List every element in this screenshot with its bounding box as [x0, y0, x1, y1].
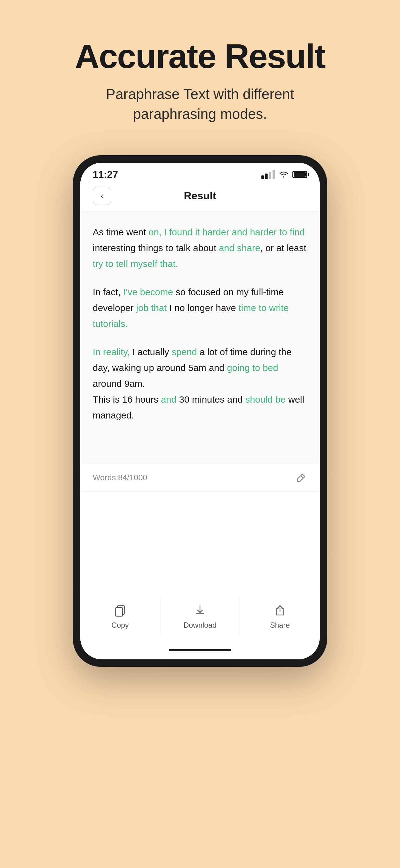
copy-icon — [112, 602, 128, 618]
input-area[interactable] — [80, 491, 320, 591]
wifi-icon — [279, 171, 289, 178]
p2-green1: I've become — [123, 287, 173, 297]
signal-icon — [261, 170, 275, 179]
p3-line2-before: This is 16 hours — [93, 394, 161, 404]
status-bar: 11:27 — [80, 163, 320, 183]
p2-before: In fact, — [93, 287, 123, 297]
nav-bar: ‹ Result — [80, 183, 320, 211]
battery-icon — [292, 171, 307, 178]
p1-middle: interesting things to talk about — [93, 243, 219, 253]
result-content: As time went on, I found it harder and h… — [80, 211, 320, 464]
page-subtitle: Paraphrase Text with different paraphras… — [92, 84, 308, 124]
copy-label: Copy — [111, 621, 129, 629]
back-chevron-icon: ‹ — [100, 191, 103, 201]
p1-after: , or at least — [260, 243, 306, 253]
share-icon — [272, 602, 288, 618]
paragraph-2: In fact, I've become so focused on my fu… — [93, 284, 307, 332]
phone-screen: 11:27 ‹ Result — [80, 163, 320, 659]
back-button[interactable]: ‹ — [93, 187, 111, 205]
page-title: Accurate Result — [75, 37, 325, 75]
svg-rect-1 — [116, 608, 123, 616]
p3-green1: In reality, — [93, 347, 130, 357]
download-icon — [192, 602, 208, 618]
status-time: 11:27 — [93, 169, 118, 180]
p2-middle2: I no longer have — [167, 303, 239, 313]
p3-middle: I actually — [130, 347, 172, 357]
p1-green2: and share — [219, 243, 260, 253]
p1-before: As time went — [93, 227, 148, 237]
p3-green2: spend — [172, 347, 197, 357]
p2-green2: job that — [136, 303, 167, 313]
p3-green3: going to bed — [227, 363, 278, 373]
home-indicator — [80, 641, 320, 659]
nav-title: Result — [184, 190, 216, 202]
bottom-toolbar: Copy Download Share — [80, 591, 320, 641]
eraser-icon[interactable] — [295, 471, 307, 484]
words-bar: Words:84/1000 — [80, 464, 320, 491]
home-bar — [169, 649, 231, 651]
result-text-body: As time went on, I found it harder and h… — [93, 224, 307, 423]
p3-green5: should be — [245, 394, 286, 404]
download-button[interactable]: Download — [160, 597, 240, 634]
copy-button[interactable]: Copy — [80, 597, 160, 634]
share-button[interactable]: Share — [240, 597, 320, 634]
p1-green3: try to tell myself that. — [93, 258, 178, 269]
p3-green4: and — [161, 394, 176, 404]
download-label: Download — [184, 621, 217, 629]
p1-green1: on, I found it harder and harder to find — [148, 227, 305, 237]
words-count: Words:84/1000 — [93, 473, 147, 483]
status-icons — [261, 170, 307, 179]
paragraph-1: As time went on, I found it harder and h… — [93, 224, 307, 272]
paragraph-3: In reality, I actually spend a lot of ti… — [93, 344, 307, 423]
p3-line2-mid: 30 minutes and — [176, 394, 245, 404]
p3-middle3: around 9am. — [93, 378, 145, 389]
share-label: Share — [270, 621, 290, 629]
phone-mockup: 11:27 ‹ Result — [73, 155, 327, 667]
